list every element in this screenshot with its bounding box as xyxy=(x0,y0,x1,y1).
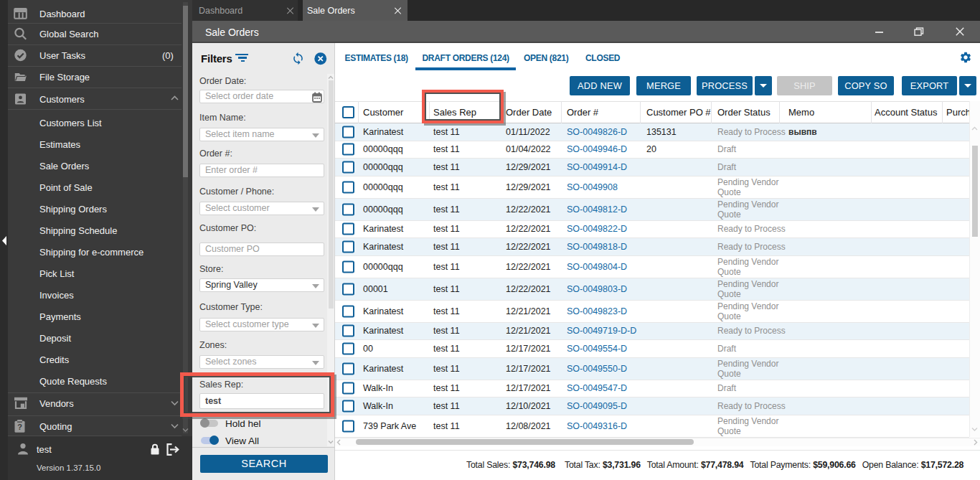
svg-text:?: ? xyxy=(17,423,22,431)
